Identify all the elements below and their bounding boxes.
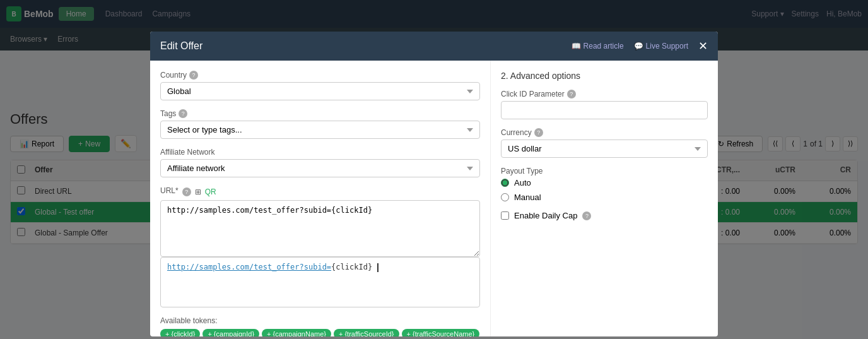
payout-type-group: Payout Type Auto Manual	[501, 167, 708, 202]
book-icon: 📖	[572, 42, 581, 51]
modal-close-button[interactable]: ✕	[698, 39, 708, 53]
payout-radio-group: Auto Manual	[501, 178, 708, 202]
daily-cap-group: Enable Daily Cap ?	[501, 211, 708, 220]
country-group: Country ? Global	[160, 71, 480, 100]
country-select[interactable]: Global	[160, 82, 480, 100]
daily-cap-help-icon[interactable]: ?	[582, 211, 591, 220]
click-id-group: Click ID Parameter ?	[501, 90, 708, 119]
affiliate-network-group: Affiliate Network Affiliate network	[160, 148, 480, 177]
live-support-link[interactable]: 💬 Live Support	[634, 42, 688, 51]
url-label: URL*	[160, 186, 179, 195]
modal-header-actions: 📖 Read article 💬 Live Support ✕	[572, 39, 708, 53]
payout-manual-radio[interactable]	[501, 193, 509, 201]
click-id-label: Click ID Parameter ?	[501, 90, 708, 98]
click-id-help-icon[interactable]: ?	[567, 90, 576, 98]
payout-manual-option[interactable]: Manual	[501, 193, 708, 202]
url-label-row: URL* ? ⊞ QR	[160, 186, 480, 198]
url-group: URL* ? ⊞ QR <span class="url-link">http:…	[160, 186, 480, 254]
country-label: Country ?	[160, 71, 480, 80]
advanced-options-title: 2. Advanced options	[501, 71, 708, 81]
grid-icon: ⊞	[195, 187, 201, 196]
daily-cap-label: Enable Daily Cap	[514, 211, 577, 220]
modal-body: Country ? Global Tags ? Select or type t…	[150, 61, 718, 254]
modal-title: Edit Offer	[160, 40, 202, 52]
modal-header: Edit Offer 📖 Read article 💬 Live Support…	[150, 32, 718, 61]
read-article-link[interactable]: 📖 Read article	[572, 42, 624, 51]
payout-auto-label: Auto	[514, 178, 531, 187]
currency-help-icon[interactable]: ?	[534, 128, 543, 137]
affiliate-network-label: Affiliate Network	[160, 148, 480, 157]
country-help-icon[interactable]: ?	[189, 71, 198, 80]
currency-group: Currency ? US dollar	[501, 128, 708, 158]
modal-overlay: Edit Offer 📖 Read article 💬 Live Support…	[0, 0, 868, 254]
affiliate-network-select[interactable]: Affiliate network	[160, 159, 480, 177]
edit-offer-modal: Edit Offer 📖 Read article 💬 Live Support…	[150, 32, 718, 254]
currency-select[interactable]: US dollar	[501, 140, 708, 158]
url-help-icon[interactable]: ?	[182, 187, 191, 196]
qr-link[interactable]: QR	[205, 187, 216, 196]
chat-icon: 💬	[634, 42, 643, 51]
url-input[interactable]: <span class="url-link">http://samples.co…	[160, 200, 480, 254]
tags-help-icon[interactable]: ?	[179, 109, 187, 118]
payout-auto-option[interactable]: Auto	[501, 178, 708, 187]
tags-label: Tags ?	[160, 109, 480, 118]
click-id-input[interactable]	[501, 101, 708, 119]
daily-cap-checkbox[interactable]	[501, 211, 509, 220]
currency-label: Currency ?	[501, 128, 708, 137]
tags-select[interactable]: Select or type tags...	[160, 121, 480, 139]
payout-auto-radio[interactable]	[501, 179, 509, 187]
modal-left-panel: Country ? Global Tags ? Select or type t…	[150, 61, 491, 254]
payout-manual-label: Manual	[514, 193, 541, 202]
payout-type-label: Payout Type	[501, 167, 708, 175]
modal-right-panel: 2. Advanced options Click ID Parameter ?…	[491, 61, 718, 254]
tags-group: Tags ? Select or type tags...	[160, 109, 480, 139]
